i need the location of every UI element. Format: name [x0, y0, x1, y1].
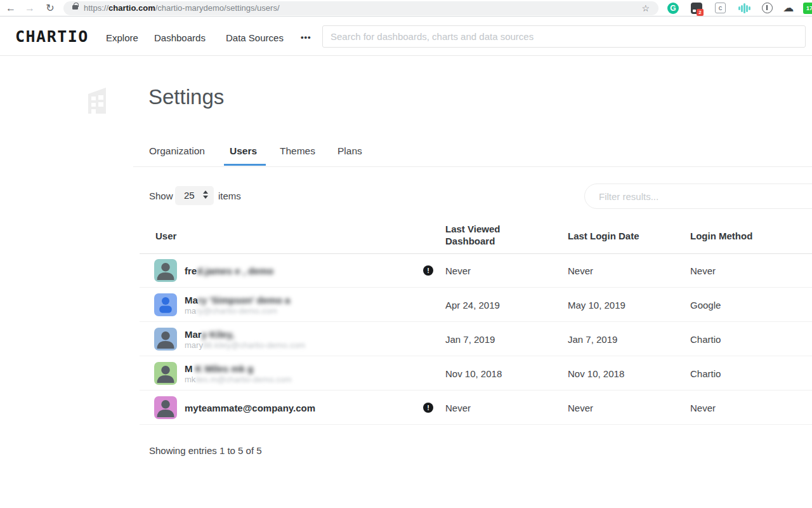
user-avatar	[154, 396, 177, 419]
last-viewed-cell: Jan 7, 2019	[445, 333, 495, 344]
user-name: Mar	[185, 328, 202, 339]
notification-badge: 2	[697, 9, 704, 16]
page-size-value: 25	[184, 190, 195, 201]
lock-icon	[72, 5, 78, 10]
audio-wave-extension-icon[interactable]	[736, 3, 752, 14]
url-scheme: https://	[84, 3, 108, 13]
table-row[interactable]: myteammate@company.com ! Never Never Nev…	[140, 391, 812, 425]
user-email-redacted: ry@chartio-demo.com	[196, 305, 277, 315]
user-name-redacted: ry 'Simpson' demo a	[198, 294, 291, 305]
user-email: ma	[185, 305, 196, 315]
table-row[interactable]: fred.james e , demo ! Never Never Never	[140, 253, 812, 288]
user-name-block: Mary Kiley, mary88.kiley@chartio-demo.co…	[185, 328, 305, 349]
bookmark-star-icon[interactable]: ☆	[641, 1, 650, 15]
last-viewed-cell: Never	[445, 265, 471, 276]
page-size-select[interactable]: 25	[175, 186, 214, 205]
table-row[interactable]: Mary Kiley, mary88.kiley@chartio-demo.co…	[140, 322, 812, 356]
user-name-block: myteammate@company.com	[185, 402, 315, 413]
user-name-block: Mary 'Simpson' demo a mary@chartio-demo.…	[185, 294, 290, 315]
user-avatar	[154, 362, 177, 385]
user-avatar	[154, 259, 177, 282]
back-icon[interactable]: ←	[4, 1, 18, 16]
tab-themes[interactable]: Themes	[280, 145, 315, 157]
last-viewed-cell: Apr 24, 2019	[445, 299, 500, 310]
warning-icon[interactable]: !	[423, 403, 433, 413]
grammarly-extension-icon[interactable]: G	[667, 3, 679, 14]
address-bar[interactable]: https://chartio.com/chartio-marydemo/set…	[63, 1, 658, 15]
app-header: CHARTIO Explore Dashboards Data Sources …	[0, 17, 812, 56]
filter-results-input[interactable]	[584, 184, 812, 209]
login-method-cell: Google	[690, 299, 721, 310]
column-header-login-method: Login Method	[690, 230, 752, 242]
last-login-cell: Never	[568, 402, 593, 413]
entries-summary: Showing entries 1 to 5 of 5	[149, 445, 262, 456]
active-tab-indicator	[224, 164, 266, 166]
column-header-last-login-date: Last Login Date	[568, 230, 639, 242]
warning-icon[interactable]: !	[423, 265, 433, 276]
organization-building-icon	[80, 83, 110, 115]
user-name: Ma	[185, 294, 198, 305]
user-avatar	[154, 328, 177, 351]
tab-users[interactable]: Users	[230, 145, 257, 157]
nav-data-sources[interactable]: Data Sources	[226, 32, 284, 43]
user-avatar	[154, 293, 177, 316]
last-viewed-cell: Never	[445, 402, 471, 413]
url-domain: chartio.com	[108, 3, 155, 13]
user-name-block: fred.james e , demo	[185, 265, 273, 276]
column-header-user: User	[155, 230, 176, 242]
user-name-redacted: y Kiley,	[202, 328, 234, 339]
tabs-divider	[133, 166, 812, 167]
user-email-redacted: 88.kiley@chartio-demo.com	[203, 340, 305, 349]
user-name: M	[185, 363, 195, 373]
stepper-arrows-icon	[203, 190, 208, 199]
login-method-cell: Chartio	[690, 333, 721, 344]
tab-organization[interactable]: Organization	[149, 145, 205, 157]
items-label: items	[218, 190, 241, 201]
counter-extension-icon[interactable]: 17	[803, 3, 812, 14]
show-label: Show	[149, 190, 173, 201]
reload-icon[interactable]: ↻	[43, 1, 57, 16]
last-viewed-cell: Nov 10, 2018	[445, 368, 502, 378]
url-text[interactable]: https://chartio.com/chartio-marydemo/set…	[84, 1, 280, 15]
page-title: Settings	[148, 85, 224, 109]
application-window: ← → ↻ https://chartio.com/chartio-maryde…	[0, 0, 812, 508]
more-menu-icon[interactable]: •••	[301, 32, 311, 42]
last-login-cell: Never	[568, 265, 593, 276]
column-header-last-viewed-dashboard: Last Viewed Dashboard	[445, 223, 509, 247]
clipper-extension-icon[interactable]: c	[715, 3, 726, 13]
table-row[interactable]: M K Miles mk g mkiles.m@chartio-demo.com…	[140, 356, 812, 391]
last-login-cell: May 10, 2019	[568, 299, 625, 310]
password-manager-extension-icon[interactable]	[762, 3, 773, 13]
url-path: /chartio-marydemo/settings/users/	[155, 3, 280, 13]
nav-dashboards[interactable]: Dashboards	[154, 32, 206, 43]
login-method-cell: Never	[690, 402, 716, 413]
user-name-block: M K Miles mk g mkiles.m@chartio-demo.com	[185, 363, 292, 384]
user-email: mk	[185, 374, 195, 384]
login-method-cell: Chartio	[690, 368, 721, 378]
browser-chrome: ← → ↻ https://chartio.com/chartio-maryde…	[0, 0, 812, 17]
user-name-redacted: d.james e , demo	[197, 265, 273, 276]
last-login-cell: Jan 7, 2019	[568, 333, 617, 344]
user-email: mary	[185, 340, 203, 349]
user-name-redacted: K Miles mk g	[195, 363, 254, 373]
login-method-cell: Never	[690, 265, 716, 276]
nav-explore[interactable]: Explore	[106, 32, 138, 43]
tab-plans[interactable]: Plans	[337, 145, 362, 157]
global-search-input[interactable]	[322, 25, 806, 48]
extension-icon-with-badge[interactable]: 2	[691, 3, 702, 14]
cloud-extension-icon[interactable]: ☁	[782, 3, 795, 14]
table-row[interactable]: Mary 'Simpson' demo a mary@chartio-demo.…	[140, 288, 812, 322]
user-name: fre	[185, 265, 197, 276]
chartio-logo[interactable]: CHARTIO	[15, 27, 89, 46]
forward-icon[interactable]: →	[23, 1, 37, 16]
user-email-redacted: iles.m@chartio-demo.com	[195, 374, 291, 384]
user-name: myteammate@company.com	[185, 402, 315, 413]
last-login-cell: Nov 10, 2018	[568, 368, 624, 378]
